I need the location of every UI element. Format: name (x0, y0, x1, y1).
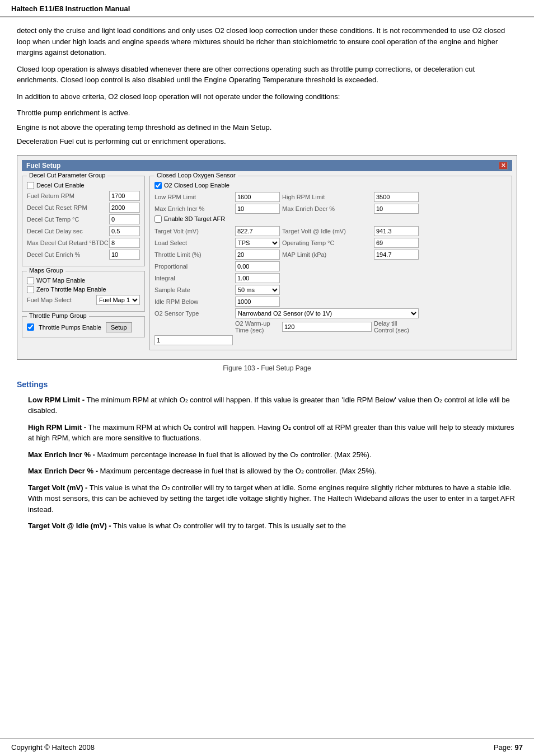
decel-cut-reset-rpm-input[interactable] (109, 203, 140, 213)
list-item-1: Throttle pump enrichment is active. (17, 107, 517, 119)
throttle-pumps-enable-row: Throttle Pumps Enable Setup (27, 322, 140, 332)
decel-cut-enable-checkbox[interactable] (27, 182, 34, 189)
idle-rpm-below-label: Idle RPM Below (154, 298, 233, 305)
map-limit-input[interactable] (374, 250, 419, 260)
integral-input[interactable] (235, 273, 280, 283)
proportional-input[interactable] (235, 261, 280, 271)
max-enrich-decr-term: Max Enrich Decr % - (28, 467, 98, 475)
max-enrich-incr-input[interactable] (235, 204, 280, 214)
max-enrich-decr-text: Maximum percentage decrease in fuel that… (98, 467, 377, 475)
page-footer: Copyright © Haltech 2008 Page: 97 (0, 738, 534, 756)
figure-caption: Figure 103 - Fuel Setup Page (17, 364, 517, 372)
maps-group-title: Maps Group (27, 267, 65, 274)
decel-cut-temp-label: Decel Cut Temp °C (27, 216, 109, 223)
throttle-pump-group-title: Throttle Pump Group (27, 312, 89, 319)
target-volt-term: Target Volt (mV) - (28, 483, 87, 492)
body-paragraph-2: Closed loop operation is always disabled… (17, 64, 517, 86)
closed-loop-group: Closed Loop Oxygen Sensor O2 Closed Loop… (149, 176, 512, 350)
fuel-map-select-label: Fuel Map Select (27, 297, 96, 303)
footer-page: Page: 97 (494, 743, 523, 752)
max-decel-cut-retard-row: Max Decel Cut Retard °BTDC (27, 238, 140, 248)
target-volt-text: This value is what the O₂ controller wil… (28, 483, 515, 514)
dialog-close-button[interactable]: ✕ (499, 162, 508, 170)
o2-closed-loop-enable-label: O2 Closed Loop Enable (164, 182, 229, 189)
decel-cut-reset-rpm-label: Decel Cut Reset RPM (27, 204, 109, 211)
fuel-map-select-dropdown[interactable]: Fuel Map 1 (96, 295, 140, 305)
o2-closed-loop-enable-checkbox[interactable] (154, 182, 162, 189)
idle-rpm-below-input[interactable] (235, 297, 280, 307)
decel-cut-group: Decel Cut Parameter Group Decel Cut Enab… (22, 176, 145, 266)
low-rpm-limit-term: Low RPM Limit - (28, 396, 85, 404)
decel-cut-enrich-input[interactable] (109, 250, 140, 260)
fuel-return-rpm-input[interactable] (109, 191, 140, 201)
decel-cut-delay-row: Decel Cut Delay sec (27, 226, 140, 236)
list-item-2: Engine is not above the operating temp t… (17, 122, 517, 133)
o2-warmup-input[interactable] (282, 322, 372, 332)
throttle-pump-group: Throttle Pump Group Throttle Pumps Enabl… (22, 316, 145, 337)
footer-copyright: Copyright © Haltech 2008 (11, 743, 95, 752)
decel-cut-enrich-row: Decel Cut Enrich % (27, 250, 140, 260)
target-volt-label: Target Volt (mV) (154, 228, 233, 234)
max-enrich-decr-label: Max Enrich Decr % (282, 205, 372, 212)
map-limit-label: MAP Limit (kPa) (282, 251, 372, 258)
load-select-label: Load Select (154, 240, 233, 246)
body-paragraph-3: In addition to above criteria, O2 closed… (17, 91, 517, 102)
decel-cut-enrich-label: Decel Cut Enrich % (27, 251, 109, 258)
max-enrich-incr-text: Maximum percentage increase in fuel that… (95, 450, 371, 459)
low-rpm-limit-text: The minimum RPM at which O₂ control will… (28, 396, 510, 415)
throttle-pumps-setup-button[interactable]: Setup (106, 322, 132, 332)
throttle-limit-input[interactable] (235, 250, 280, 260)
settings-heading: Settings (17, 380, 517, 389)
enable-3d-target-afr-label: Enable 3D Target AFR (164, 215, 225, 222)
throttle-pumps-enable-label: Throttle Pumps Enable (39, 324, 101, 331)
target-volt-idle-text: This value is what O₂ controller will tr… (111, 522, 346, 530)
zero-throttle-map-enable-label: Zero Throttle Map Enable (36, 286, 106, 293)
decel-cut-temp-input[interactable] (109, 214, 140, 224)
low-rpm-limit-label: Low RPM Limit (154, 194, 233, 200)
wot-map-enable-label: WOT Map Enable (36, 277, 85, 284)
max-enrich-decr-input[interactable] (374, 204, 419, 214)
o2-closed-loop-enable-row: O2 Closed Loop Enable (154, 182, 507, 189)
high-rpm-limit-term: High RPM Limit - (28, 423, 86, 431)
wot-map-enable-checkbox[interactable] (27, 277, 34, 284)
decel-cut-delay-input[interactable] (109, 226, 140, 236)
enable-3d-target-afr-checkbox[interactable] (154, 215, 162, 223)
throttle-pumps-enable-checkbox[interactable] (27, 323, 34, 331)
target-volt-input[interactable] (235, 226, 280, 236)
load-select-dropdown[interactable]: TPS (235, 238, 280, 248)
low-rpm-limit-input[interactable] (235, 192, 280, 202)
max-enrich-incr-label: Max Enrich Incr % (154, 205, 233, 212)
operating-temp-label: Operating Temp °C (282, 240, 372, 246)
maps-group: Maps Group WOT Map Enable Zero Throttle … (22, 271, 145, 312)
decel-cut-reset-rpm-row: Decel Cut Reset RPM (27, 203, 140, 213)
max-decel-cut-retard-input[interactable] (109, 238, 140, 248)
page-header-title: Haltech E11/E8 Instruction Manual (11, 4, 130, 13)
high-rpm-limit-text: The maximum RPM at which O₂ control will… (28, 423, 514, 443)
proportional-label: Proportional (154, 263, 233, 270)
footer-page-number: 97 (515, 743, 523, 752)
delay-till-control-input[interactable] (154, 335, 233, 345)
zero-throttle-map-enable-row: Zero Throttle Map Enable (27, 286, 140, 293)
closed-loop-group-title: Closed Loop Oxygen Sensor (154, 172, 238, 179)
settings-para-2: High RPM Limit - The maximum RPM at whic… (17, 422, 517, 444)
decel-cut-delay-label: Decel Cut Delay sec (27, 228, 109, 234)
operating-temp-input[interactable] (374, 238, 419, 248)
target-volt-idle-label: Target Volt @ Idle (mV) (282, 228, 372, 234)
zero-throttle-map-enable-checkbox[interactable] (27, 286, 34, 293)
sample-rate-label: Sample Rate (154, 287, 233, 293)
sample-rate-select[interactable]: 50 ms (235, 285, 280, 295)
decel-cut-enable-row: Decel Cut Enable (27, 182, 140, 189)
fuel-setup-dialog: Fuel Setup ✕ Decel Cut Parameter Group D… (17, 155, 517, 360)
decel-cut-temp-row: Decel Cut Temp °C (27, 214, 140, 224)
fuel-return-rpm-row: Fuel Return RPM (27, 191, 140, 201)
high-rpm-limit-input[interactable] (374, 192, 419, 202)
settings-para-4: Max Enrich Decr % - Maximum percentage d… (17, 466, 517, 477)
o2-sensor-type-select[interactable]: Narrowband O2 Sensor (0V to 1V) (235, 308, 419, 318)
settings-para-6: Target Volt @ Idle (mV) - This value is … (17, 520, 517, 532)
enable-3d-target-afr-row: Enable 3D Target AFR (154, 215, 419, 223)
throttle-limit-label: Throttle Limit (%) (154, 251, 233, 258)
delay-till-control-label: Delay till Control (sec) (374, 320, 419, 334)
settings-para-5: Target Volt (mV) - This value is what th… (17, 482, 517, 515)
dialog-title: Fuel Setup (26, 162, 60, 170)
target-volt-idle-input[interactable] (374, 226, 419, 236)
